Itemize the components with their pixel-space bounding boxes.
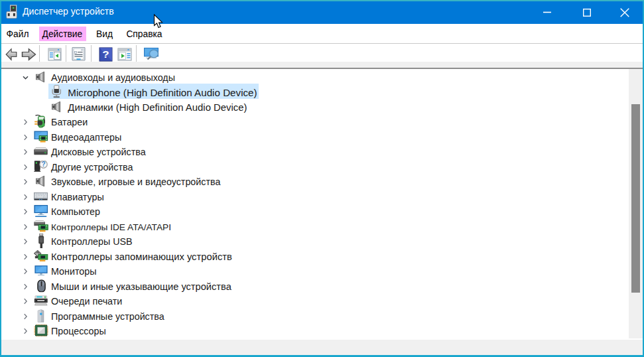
svg-text:?: ? <box>102 49 109 60</box>
